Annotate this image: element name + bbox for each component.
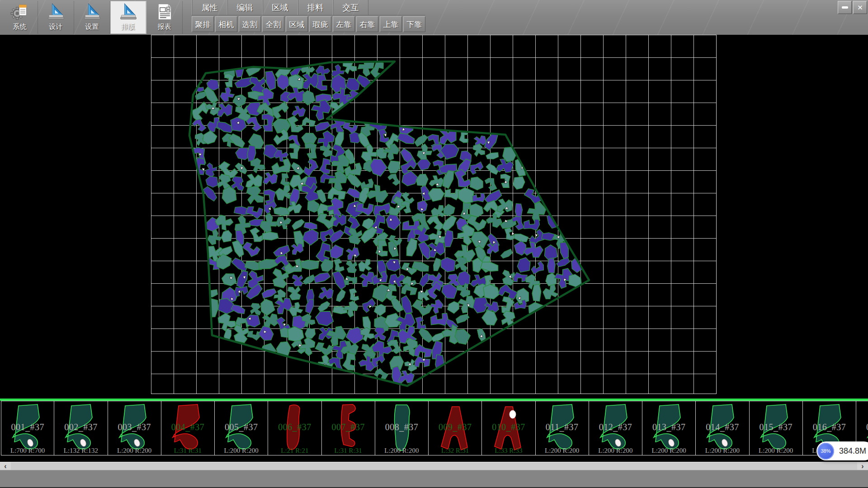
menu-tab-2[interactable]: 编辑: [227, 0, 262, 15]
piece-id-label: 010_#37: [482, 422, 535, 432]
close-button[interactable]: ✕: [853, 1, 867, 14]
piece-id-label: 002_#37: [54, 422, 107, 432]
close-icon: ✕: [857, 4, 863, 12]
piece-thumbnail-001_#37[interactable]: 001_#37 L:700 R:700: [1, 401, 54, 455]
menu-tab-5[interactable]: 交互: [333, 0, 368, 15]
setsquare-icon: [118, 2, 138, 22]
piece-thumbnail-015_#37[interactable]: 015_#37 L:200 R:200: [750, 401, 803, 455]
tool-button-1[interactable]: 聚排: [192, 16, 214, 32]
tool-button-5[interactable]: 区域: [286, 16, 308, 32]
piece-lr-count: L:31 R:31: [322, 447, 375, 455]
tool-button-8[interactable]: 右靠: [356, 16, 378, 32]
window-controls: ✕: [838, 1, 867, 14]
piece-id-label: 007_#37: [322, 422, 375, 432]
piece-thumbnail-011_#37[interactable]: 011_#37 L:200 R:200: [536, 401, 589, 455]
tool-buttons: 聚排相机选割全割区域瑕疵左靠右靠上靠下靠: [192, 16, 425, 32]
nested-pieces: [189, 56, 586, 385]
piece-lr-count: L:31 R:31: [161, 447, 214, 455]
piece-id-label: 009_#37: [429, 422, 481, 432]
menu-tab-4[interactable]: 排料: [297, 0, 333, 15]
minimize-icon: [842, 6, 848, 9]
piece-id-label: 013_#37: [642, 422, 695, 432]
tool-button-2[interactable]: 相机: [215, 16, 237, 32]
piece-lr-count: L:132 R:132: [54, 447, 107, 455]
tool-button-6[interactable]: 瑕疵: [309, 16, 331, 32]
piece-lr-count: L:21 R:21: [268, 447, 321, 455]
piece-lr-count: L:200 R:200: [375, 447, 428, 455]
piece-lr-count: L:200 R:200: [108, 447, 161, 455]
tool-button-7[interactable]: 左靠: [333, 16, 355, 32]
piece-lr-count: L:700 R:700: [1, 447, 54, 455]
nav-button-label: 系统: [13, 23, 27, 31]
nav-button-label: 报表: [158, 23, 171, 31]
piece-thumbnail-008_#37[interactable]: 008_#37 L:200 R:200: [375, 401, 429, 455]
piece-thumbnail-010_#37[interactable]: 010_#37 L:33 R:33: [482, 401, 535, 455]
menu-tabs: 属性编辑区域排料交互: [192, 0, 425, 15]
piece-thumbnail-strip: 001_#37 L:700 R:700 002_#37 L:132 R:132 …: [0, 401, 868, 455]
piece-thumbnail-004_#37[interactable]: 004_#37 L:31 R:31: [161, 401, 215, 455]
horizontal-scrollbar[interactable]: ‹ ›: [0, 462, 868, 470]
nav-button-5[interactable]: 报表: [146, 1, 183, 34]
memory-percent-label: 38%: [821, 448, 830, 454]
piece-lr-count: L:200 R:200: [642, 447, 695, 455]
app-window: 系统 设计 设置 排版: [0, 0, 868, 488]
piece-id-label: 016_#37: [803, 422, 856, 432]
menu-area: 属性编辑区域排料交互 聚排相机选割全割区域瑕疵左靠右靠上靠下靠: [192, 0, 425, 32]
piece-lr-count: L:32 R:31: [429, 447, 481, 455]
nav-button-label: 排版: [122, 23, 135, 31]
status-bar: [0, 470, 868, 488]
nav-button-label: 设置: [85, 23, 99, 31]
piece-id-label: 012_#37: [589, 422, 642, 432]
nesting-canvas[interactable]: [0, 35, 868, 399]
piece-id-label: 006_#37: [268, 422, 321, 432]
strip-gap: [0, 455, 868, 462]
scroll-left-icon: ‹: [4, 462, 6, 470]
nav-button-2[interactable]: 设计: [38, 1, 74, 34]
piece-thumbnail-005_#37[interactable]: 005_#37 L:200 R:200: [215, 401, 268, 455]
system-gear-icon: [10, 2, 30, 22]
tool-button-10[interactable]: 下靠: [403, 16, 425, 32]
piece-id-label: 001_#37: [1, 422, 54, 432]
piece-id-label: 011_#37: [536, 422, 589, 432]
menu-tab-1[interactable]: 属性: [192, 0, 227, 15]
setsquare-icon: [82, 2, 102, 22]
scroll-right-button[interactable]: ›: [857, 462, 868, 470]
piece-lr-count: L:200 R:200: [536, 447, 589, 455]
piece-thumbnail-012_#37[interactable]: 012_#37 L:200 R:200: [589, 401, 642, 455]
main-nav: 系统 设计 设置 排版: [2, 1, 183, 34]
piece-id-label: 005_#37: [215, 422, 268, 432]
piece-id-label: 004_#37: [161, 422, 214, 432]
nav-button-label: 设计: [49, 23, 63, 31]
nav-button-4[interactable]: 排版: [110, 1, 146, 34]
nav-button-3[interactable]: 设置: [74, 1, 110, 34]
setsquare-icon: [46, 2, 66, 22]
piece-thumbnail-014_#37[interactable]: 014_#37 L:200 R:200: [696, 401, 749, 455]
piece-thumbnail-002_#37[interactable]: 002_#37 L:132 R:132: [54, 401, 108, 455]
piece-id-label: 015_#37: [750, 422, 802, 432]
report-icon: [155, 2, 175, 22]
piece-thumbnail-003_#37[interactable]: 003_#37 L:200 R:200: [108, 401, 161, 455]
menu-tab-3[interactable]: 区域: [262, 0, 297, 15]
scroll-left-button[interactable]: ‹: [0, 462, 11, 470]
nav-button-1[interactable]: 系统: [2, 1, 38, 34]
piece-id-label: 008_#37: [375, 422, 428, 432]
tool-button-3[interactable]: 选割: [239, 16, 261, 32]
memory-usage-badge: 38% 384.8M: [816, 441, 868, 460]
piece-thumbnail-013_#37[interactable]: 013_#37 L:200 R:200: [642, 401, 696, 455]
piece-id-label: 017_#37: [856, 422, 868, 432]
piece-thumbnail-007_#37[interactable]: 007_#37 L:31 R:31: [322, 401, 375, 455]
piece-thumbnail-006_#37[interactable]: 006_#37 L:21 R:21: [268, 401, 321, 455]
nested-hide-layout[interactable]: [0, 35, 868, 399]
tool-button-4[interactable]: 全割: [262, 16, 284, 32]
piece-thumbnail-009_#37[interactable]: 009_#37 L:32 R:31: [429, 401, 482, 455]
piece-id-label: 003_#37: [108, 422, 161, 432]
scroll-right-icon: ›: [861, 462, 863, 470]
memory-size-label: 384.8M: [839, 446, 866, 456]
piece-lr-count: L:33 R:33: [482, 447, 535, 455]
piece-lr-count: L:200 R:200: [215, 447, 268, 455]
memory-percent-indicator: 38%: [817, 443, 834, 460]
piece-lr-count: L:200 R:200: [750, 447, 802, 455]
piece-lr-count: L:200 R:200: [589, 447, 642, 455]
minimize-button[interactable]: [838, 1, 852, 14]
tool-button-9[interactable]: 上靠: [380, 16, 402, 32]
